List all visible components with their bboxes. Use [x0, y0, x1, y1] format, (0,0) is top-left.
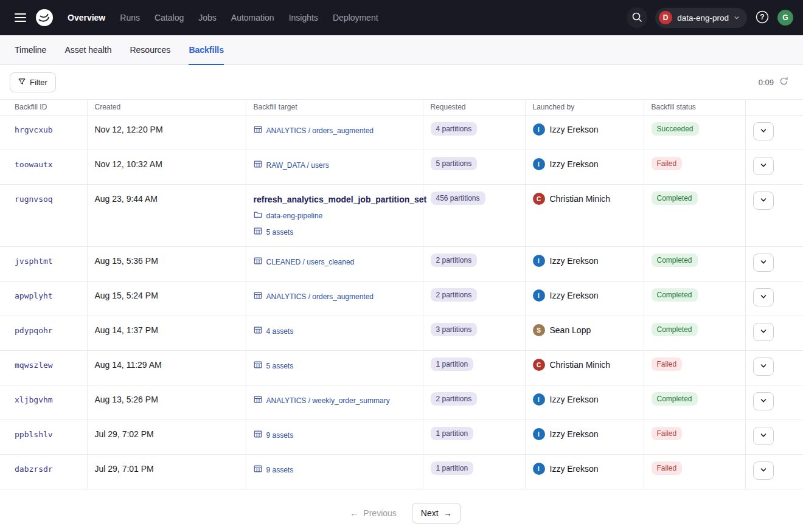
chevron-down-icon [760, 328, 767, 337]
backfill-status-badge: Failed [652, 358, 683, 371]
asset-table-icon [254, 125, 262, 136]
nav-item-runs[interactable]: Runs [113, 8, 147, 27]
row-actions-button[interactable] [753, 122, 774, 140]
launcher-avatar: I [533, 428, 545, 440]
nav-item-overview[interactable]: Overview [61, 8, 112, 27]
topnav-right: D data-eng-prod ? G [627, 7, 793, 28]
column-header-actions [745, 100, 803, 116]
refresh-button[interactable] [779, 77, 788, 88]
column-header-requested: Requested [423, 100, 525, 116]
refresh-countdown: 0:09 [759, 78, 774, 87]
nav-item-catalog[interactable]: Catalog [148, 8, 190, 27]
search-button[interactable] [627, 7, 647, 28]
overview-tabbar: Timeline Asset health Resources Backfill… [0, 35, 803, 65]
row-actions-button[interactable] [753, 358, 774, 376]
backfill-id-link[interactable]: hrgvcxub [15, 125, 53, 134]
nav-item-insights[interactable]: Insights [282, 8, 325, 27]
chevron-down-icon [760, 466, 767, 475]
launcher-name: Izzy Erekson [550, 291, 599, 300]
launcher-name: Sean Lopp [550, 325, 591, 335]
tab-timeline[interactable]: Timeline [15, 35, 46, 64]
backfills-table: Backfill ID Created Backfill target Requ… [0, 99, 803, 489]
arrow-right-icon: → [443, 509, 452, 517]
tab-resources[interactable]: Resources [130, 35, 170, 64]
created-cell: Aug 15, 5:36 PM [87, 247, 246, 282]
launcher-name: Izzy Erekson [550, 256, 599, 266]
created-cell: Aug 15, 5:24 PM [87, 282, 246, 316]
assets-count-link[interactable]: 5 assets [266, 362, 294, 370]
deployment-switcher[interactable]: D data-eng-prod [655, 8, 747, 28]
assets-count-link[interactable]: 5 assets [266, 228, 294, 237]
backfill-status-badge: Completed [652, 192, 698, 205]
table-row: toowautx Nov 12, 10:32 AM RAW_DATA / use… [0, 150, 803, 185]
backfill-id-link[interactable]: rugnvsoq [15, 195, 53, 204]
row-actions-button[interactable] [753, 323, 774, 341]
backfill-id-link[interactable]: jvsphtmt [15, 257, 53, 266]
backfill-target-job-link[interactable]: refresh_analytics_model_job_partition_se… [254, 195, 415, 204]
backfill-status-badge: Failed [652, 427, 683, 440]
nav-item-automation[interactable]: Automation [224, 8, 281, 27]
help-button[interactable]: ? [755, 10, 770, 26]
primary-nav: Overview Runs Catalog Jobs Automation In… [61, 8, 385, 27]
row-actions-button[interactable] [753, 288, 774, 306]
row-actions-button[interactable] [753, 461, 774, 480]
table-row: dabzrsdr Jul 29, 7:01 PM 9 assets 1 part… [0, 455, 803, 489]
row-actions-button[interactable] [753, 392, 774, 410]
backfill-id-link[interactable]: dabzrsdr [15, 465, 53, 474]
backfill-target-link[interactable]: ANALYTICS / weekly_order_summary [266, 396, 390, 405]
backfill-id-link[interactable]: ppblshlv [15, 430, 53, 439]
hamburger-menu-icon[interactable] [10, 7, 30, 28]
created-cell: Aug 14, 1:37 PM [87, 316, 246, 351]
backfill-target-link[interactable]: CLEANED / users_cleaned [266, 258, 355, 266]
backfill-id-link[interactable]: pdypqohr [15, 326, 53, 335]
filter-icon [18, 78, 26, 87]
tab-backfills[interactable]: Backfills [189, 35, 224, 64]
launcher-name: Izzy Erekson [550, 125, 599, 134]
user-avatar[interactable]: G [777, 10, 793, 26]
tab-asset-health[interactable]: Asset health [64, 35, 111, 64]
next-page-button[interactable]: Next → [412, 503, 461, 523]
svg-text:?: ? [760, 13, 764, 21]
chevron-down-icon [760, 127, 767, 136]
requested-partitions-badge: 2 partitions [431, 288, 478, 302]
backfill-id-link[interactable]: toowautx [15, 160, 53, 169]
backfill-target-link[interactable]: ANALYTICS / orders_augmented [266, 292, 374, 301]
asset-table-icon [254, 257, 262, 267]
backfill-target-link[interactable]: ANALYTICS / orders_augmented [266, 126, 374, 135]
backfill-status-badge: Completed [652, 288, 698, 302]
next-page-label: Next [421, 508, 439, 518]
requested-partitions-badge: 1 partition [431, 461, 474, 475]
assets-count-link[interactable]: 9 assets [266, 466, 294, 474]
deployment-initial-badge: D [659, 11, 672, 24]
backfill-id-link[interactable]: mqwszlew [15, 361, 53, 370]
nav-item-deployment[interactable]: Deployment [326, 8, 385, 27]
filter-button[interactable]: Filter [10, 72, 56, 92]
column-header-backfill-id: Backfill ID [0, 100, 87, 116]
assets-count-link[interactable]: 4 assets [266, 327, 294, 336]
chevron-down-icon [760, 293, 767, 302]
row-actions-button[interactable] [753, 157, 774, 175]
backfill-id-link[interactable]: apwplyht [15, 291, 53, 300]
column-header-created: Created [87, 100, 246, 116]
question-mark-icon: ? [755, 10, 770, 26]
launcher-avatar: I [533, 463, 545, 475]
asset-table-icon [254, 361, 262, 371]
column-header-launched-by: Launched by [525, 100, 644, 116]
chevron-down-icon [760, 397, 767, 406]
table-row: apwplyht Aug 15, 5:24 PM ANALYTICS / ord… [0, 282, 803, 316]
nav-item-jobs[interactable]: Jobs [192, 8, 223, 27]
row-actions-button[interactable] [753, 254, 774, 272]
backfill-id-link[interactable]: xljbgvhm [15, 395, 53, 404]
assets-count-link[interactable]: 9 assets [266, 431, 294, 440]
backfill-target-link[interactable]: RAW_DATA / users [266, 161, 329, 170]
backfill-status-badge: Succeeded [652, 122, 699, 136]
column-header-backfill-target: Backfill target [246, 100, 423, 116]
row-actions-button[interactable] [753, 427, 774, 445]
asset-table-icon [254, 291, 262, 302]
top-navigation: Overview Runs Catalog Jobs Automation In… [0, 0, 803, 35]
previous-page-button[interactable]: ← Previous [342, 503, 404, 523]
pipeline-link[interactable]: data-eng-pipeline [266, 212, 323, 220]
launcher-avatar: I [533, 255, 545, 267]
table-row: hrgvcxub Nov 12, 12:20 PM ANALYTICS / or… [0, 116, 803, 150]
row-actions-button[interactable] [753, 192, 774, 210]
